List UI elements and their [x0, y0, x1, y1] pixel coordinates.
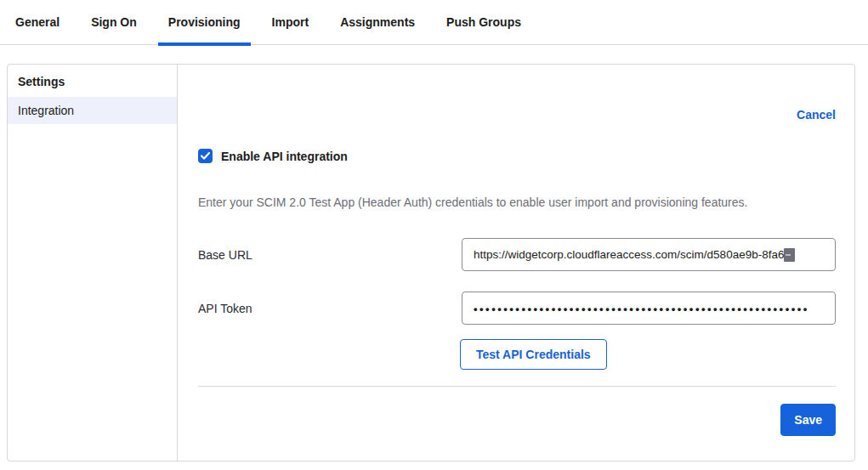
text-cursor-block [784, 248, 795, 262]
save-row: Save [198, 404, 836, 436]
api-token-value: ••••••••••••••••••••••••••••••••••••••••… [474, 303, 809, 315]
integration-settings-form: Cancel Enable API integration Enter your… [178, 65, 856, 461]
tab-assignments[interactable]: Assignments [330, 15, 425, 46]
cancel-link[interactable]: Cancel [797, 108, 836, 122]
form-divider [198, 386, 836, 387]
enable-api-label[interactable]: Enable API integration [221, 150, 348, 163]
save-button[interactable]: Save [780, 404, 836, 436]
sidebar-item-integration[interactable]: Integration [8, 97, 177, 124]
tab-push-groups[interactable]: Push Groups [436, 15, 531, 46]
provisioning-panel: Settings Integration Cancel Enable API i… [7, 64, 855, 462]
test-button-row: Test API Credentials [198, 339, 836, 370]
api-token-input[interactable]: ••••••••••••••••••••••••••••••••••••••••… [462, 292, 836, 325]
tab-import[interactable]: Import [262, 15, 320, 46]
api-token-row: API Token ••••••••••••••••••••••••••••••… [198, 292, 836, 325]
settings-sidebar: Settings Integration [8, 65, 178, 461]
base-url-row: Base URL https://widgetcorp.cloudflareac… [198, 238, 836, 271]
base-url-value: https://widgetcorp.cloudflareaccess.com/… [474, 248, 784, 261]
sidebar-header: Settings [8, 68, 177, 97]
enable-api-checkbox[interactable] [198, 149, 213, 163]
cancel-row: Cancel [198, 107, 836, 122]
base-url-input[interactable]: https://widgetcorp.cloudflareaccess.com/… [462, 238, 836, 271]
test-api-credentials-button[interactable]: Test API Credentials [460, 339, 607, 370]
base-url-label: Base URL [198, 248, 462, 262]
api-token-label: API Token [198, 302, 462, 315]
tab-general[interactable]: General [5, 15, 70, 46]
tab-provisioning[interactable]: Provisioning [158, 15, 251, 46]
checkmark-icon [201, 152, 210, 160]
tab-sign-on[interactable]: Sign On [81, 15, 147, 46]
enable-api-row: Enable API integration [198, 149, 836, 163]
credentials-description: Enter your SCIM 2.0 Test App (Header Aut… [198, 195, 836, 209]
app-tabbar: General Sign On Provisioning Import Assi… [0, 0, 868, 45]
